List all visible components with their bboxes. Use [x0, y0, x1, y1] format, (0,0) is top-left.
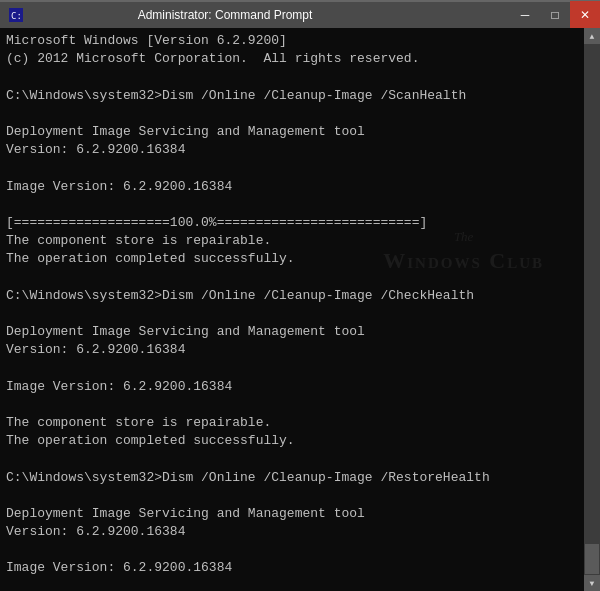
- terminal-line: [6, 487, 580, 505]
- terminal-line: C:\Windows\system32>Dism /Online /Cleanu…: [6, 287, 580, 305]
- close-button[interactable]: ✕: [570, 1, 600, 29]
- terminal-line: [6, 578, 580, 591]
- terminal-line: Version: 6.2.9200.16384: [6, 523, 580, 541]
- terminal-line: Deployment Image Servicing and Managemen…: [6, 505, 580, 523]
- terminal-line: [6, 305, 580, 323]
- terminal-line: C:\Windows\system32>Dism /Online /Cleanu…: [6, 87, 580, 105]
- terminal-line: [6, 159, 580, 177]
- terminal-line: The component store is repairable.: [6, 414, 580, 432]
- terminal-line: [6, 68, 580, 86]
- terminal-line: (c) 2012 Microsoft Corporation. All righ…: [6, 50, 580, 68]
- terminal-line: Image Version: 6.2.9200.16384: [6, 378, 580, 396]
- terminal-line: [6, 541, 580, 559]
- scroll-thumb[interactable]: [585, 544, 599, 574]
- terminal-line: Deployment Image Servicing and Managemen…: [6, 323, 580, 341]
- terminal-line: [6, 196, 580, 214]
- terminal-line: The component store is repairable.: [6, 232, 580, 250]
- title-bar: C: Administrator: Command Prompt ─ □ ✕: [0, 0, 600, 28]
- maximize-button[interactable]: □: [540, 1, 570, 29]
- terminal-line: [6, 396, 580, 414]
- scrollbar[interactable]: ▲ ▼: [584, 28, 600, 591]
- terminal-line: Microsoft Windows [Version 6.2.9200]: [6, 32, 580, 50]
- terminal-output[interactable]: Microsoft Windows [Version 6.2.9200](c) …: [0, 28, 584, 591]
- window-title: Administrator: Command Prompt: [30, 8, 420, 22]
- terminal-line: [====================100.0%=============…: [6, 214, 580, 232]
- terminal-line: Image Version: 6.2.9200.16384: [6, 178, 580, 196]
- terminal-line: [6, 105, 580, 123]
- svg-text:C:: C:: [11, 11, 22, 21]
- window-controls[interactable]: ─ □ ✕: [510, 1, 600, 29]
- terminal-line: [6, 450, 580, 468]
- scroll-up-button[interactable]: ▲: [584, 28, 600, 44]
- title-bar-left: C:: [8, 7, 30, 23]
- terminal-line: Image Version: 6.2.9200.16384: [6, 559, 580, 577]
- terminal-line: The operation completed successfully.: [6, 432, 580, 450]
- terminal-line: Deployment Image Servicing and Managemen…: [6, 123, 580, 141]
- terminal-line: Version: 6.2.9200.16384: [6, 141, 580, 159]
- main-area: Microsoft Windows [Version 6.2.9200](c) …: [0, 28, 600, 591]
- cmd-icon: C:: [8, 7, 24, 23]
- terminal-line: [6, 268, 580, 286]
- terminal-line: Version: 6.2.9200.16384: [6, 341, 580, 359]
- scroll-track[interactable]: [584, 44, 600, 575]
- terminal-line: C:\Windows\system32>Dism /Online /Cleanu…: [6, 469, 580, 487]
- terminal-line: [6, 359, 580, 377]
- scroll-down-button[interactable]: ▼: [584, 575, 600, 591]
- minimize-button[interactable]: ─: [510, 1, 540, 29]
- terminal-line: The operation completed successfully.: [6, 250, 580, 268]
